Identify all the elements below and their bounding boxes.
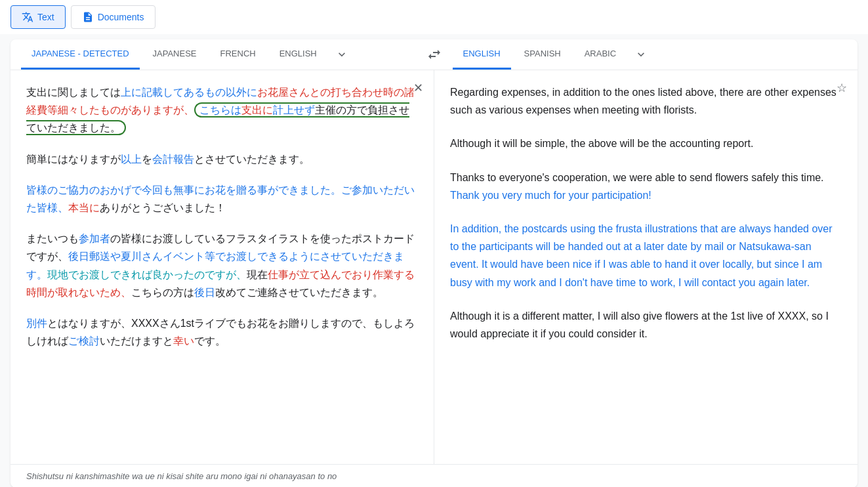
text-tab[interactable]: Text xyxy=(10,5,66,29)
swap-languages-button[interactable] xyxy=(416,41,453,68)
target-panel: ☆ Regarding expenses, in addition to the… xyxy=(434,70,858,464)
target-lang-spanish[interactable]: SPANISH xyxy=(514,39,571,70)
source-paragraph-4: またいつも参加者の皆様にお渡ししているフラスタイラストを使ったポストカードですが… xyxy=(26,230,418,301)
target-paragraph-3: Thanks to everyone's cooperation, we wer… xyxy=(450,169,842,204)
top-bar: Text Documents xyxy=(0,0,868,34)
source-lang-french[interactable]: FRENCH xyxy=(210,39,266,70)
source-lang-japanese[interactable]: JAPANESE xyxy=(142,39,207,70)
translated-text: Regarding expenses, in addition to the o… xyxy=(450,83,842,343)
target-lang-section: ENGLISH SPANISH ARABIC xyxy=(453,39,848,70)
language-bar: JAPANESE - DETECTED JAPANESE FRENCH ENGL… xyxy=(10,39,858,70)
target-paragraph-2: Although it will be simple, the above wi… xyxy=(450,135,842,152)
target-lang-arabic[interactable]: ARABIC xyxy=(574,39,627,70)
favorite-button[interactable]: ☆ xyxy=(837,81,847,95)
romanji-bar: Shishutsu ni kanshimashite wa ue ni kisa… xyxy=(10,464,858,487)
source-paragraph-5: 別件とはなりますが、XXXXさん1stライブでもお花をお贈りしますので、もしよろ… xyxy=(26,314,418,350)
source-lang-japanese-detected[interactable]: JAPANESE - DETECTED xyxy=(21,39,140,70)
target-paragraph-5: Although it is a different matter, I wil… xyxy=(450,307,842,343)
source-lang-section: JAPANESE - DETECTED JAPANESE FRENCH ENGL… xyxy=(21,39,416,70)
content-area: ✕ 支出に関しましては上に記載してあるもの以外にお花屋さんとの打ち合わせ時の諸経… xyxy=(10,70,858,464)
target-lang-more-button[interactable] xyxy=(629,41,653,68)
text-tab-label: Text xyxy=(37,12,54,22)
documents-tab-label: Documents xyxy=(98,12,144,22)
target-paragraph-4: In addition, the postcards using the fru… xyxy=(450,220,842,291)
target-paragraph-1: Regarding expenses, in addition to the o… xyxy=(450,83,842,119)
source-panel[interactable]: ✕ 支出に関しましては上に記載してあるもの以外にお花屋さんとの打ち合わせ時の諸経… xyxy=(10,70,434,464)
target-lang-english[interactable]: ENGLISH xyxy=(453,39,511,70)
source-paragraph-2: 簡単にはなりますが以上を会計報告とさせていただきます。 xyxy=(26,150,418,168)
document-icon xyxy=(82,11,94,23)
romanji-text: Shishutsu ni kanshimashite wa ue ni kisa… xyxy=(26,471,337,481)
source-paragraph-3: 皆様のご協力のおかげで今回も無事にお花を贈る事ができました。ご参加いただいた皆様… xyxy=(26,181,418,217)
source-lang-more-button[interactable] xyxy=(330,41,354,68)
source-paragraph-1: 支出に関しましては上に記載してあるもの以外にお花屋さんとの打ち合わせ時の諸経費等… xyxy=(26,83,418,137)
source-lang-english[interactable]: ENGLISH xyxy=(269,39,327,70)
source-text: 支出に関しましては上に記載してあるもの以外にお花屋さんとの打ち合わせ時の諸経費等… xyxy=(26,83,418,350)
documents-tab[interactable]: Documents xyxy=(71,5,155,29)
main-container: JAPANESE - DETECTED JAPANESE FRENCH ENGL… xyxy=(10,39,858,487)
translate-icon xyxy=(22,11,33,23)
